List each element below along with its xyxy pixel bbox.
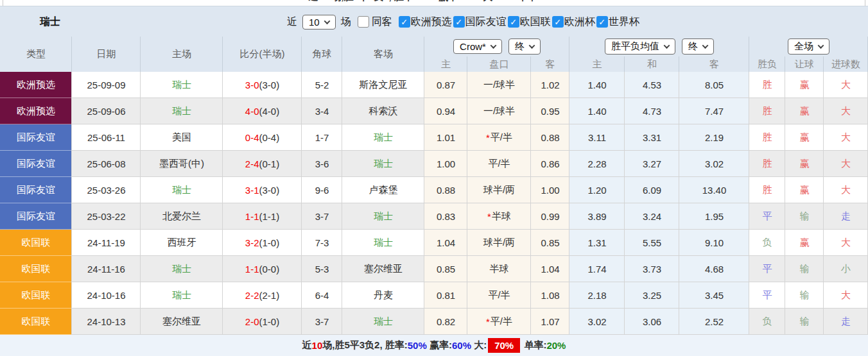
handicap-line: *平/半 <box>467 309 531 335</box>
result-handicap: 输 <box>785 256 824 282</box>
result-goals: 大 <box>824 282 868 309</box>
result-handicap: 赢 <box>785 230 824 256</box>
odds-time-select-2[interactable]: 终 <box>682 38 714 55</box>
handicap-home-odds: 1.00 <box>424 151 467 177</box>
summary-segment: 10 <box>318 0 329 2</box>
chevron-down-icon <box>490 42 496 49</box>
result-goals: 大 <box>824 230 868 256</box>
competition-label[interactable]: 欧洲杯 <box>564 15 595 29</box>
avg-draw-odds: 3.25 <box>625 282 679 309</box>
type-badge: 欧国联 <box>0 230 72 256</box>
home-team: 北爱尔兰 <box>141 203 223 230</box>
chevron-down-icon <box>528 42 535 49</box>
table-row: 国际友谊25-03-22北爱尔兰1-1(1-1)3-7瑞士0.83*半球0.99… <box>0 203 868 230</box>
competition-label[interactable]: 欧洲预选 <box>411 15 452 29</box>
col-header-score: 比分(半场) <box>223 37 302 72</box>
type-badge: 欧国联 <box>0 309 72 335</box>
corners-cell: 3-7 <box>302 309 342 335</box>
table-header: 类型 日期 主场 比分(半场) 角球 客场 Crow* 终 胜平负均值 <box>0 37 868 72</box>
competition-checkbox[interactable]: ✓ <box>596 16 608 28</box>
avg-odds-select-group: 胜平负均值 终 <box>569 37 749 56</box>
avg-draw-odds: 3.73 <box>625 256 679 282</box>
handicap-away-odds: 0.88 <box>531 124 569 151</box>
handicap-home-odds: 0.82 <box>424 309 467 335</box>
away-team: 塞尔维亚 <box>342 256 424 282</box>
avg-away-odds: 2.52 <box>679 309 749 335</box>
result-goals: 大 <box>824 151 868 177</box>
summary-segment: 60% <box>452 340 471 351</box>
away-team: 瑞士 <box>342 230 424 256</box>
competition-label[interactable]: 世界杯 <box>609 15 639 29</box>
near-label: 近 <box>287 15 297 29</box>
summary-segment: 20% <box>546 340 566 351</box>
handicap-away-odds: 1.07 <box>531 309 569 335</box>
handicap-home-odds: 0.87 <box>424 72 467 98</box>
result-handicap: 赢 <box>785 151 824 177</box>
same-venue-label[interactable]: 同客 <box>372 15 392 29</box>
avg-away-odds: 7.47 <box>679 98 749 124</box>
home-team: 美国 <box>141 124 223 151</box>
result-wdl: 平 <box>749 203 785 230</box>
summary-segment: 40% <box>461 0 480 2</box>
period-select[interactable]: 全场 <box>788 38 829 55</box>
handicap-line: *平/半 <box>467 124 531 151</box>
full-time-score: 0-4 <box>245 132 259 143</box>
table-row: 国际友谊25-06-08墨西哥(中)2-4(0-1)3-6瑞士1.00平/半0.… <box>0 151 868 177</box>
summary-segment: 赢率: <box>427 339 452 352</box>
result-wdl: 胜 <box>749 124 785 151</box>
table-row: 国际友谊25-06-11美国0-4(0-4)1-7瑞士1.01*平/半0.883… <box>0 124 868 151</box>
subcol-avg-draw: 和 <box>625 56 679 72</box>
home-team: 瑞士 <box>141 282 223 309</box>
full-time-score: 3-0 <box>245 80 259 90</box>
table-row: 欧国联24-11-19西班牙3-2(1-0)7-3瑞士1.04球半/两0.851… <box>0 230 868 256</box>
competition-checkbox[interactable]: ✓ <box>552 16 564 28</box>
corners-cell: 7-3 <box>302 230 342 256</box>
handicap-line: 半球 <box>467 256 531 282</box>
competition-checkbox[interactable]: ✓ <box>399 16 410 28</box>
score-cell: 1-1(1-1) <box>223 203 302 230</box>
competition-label[interactable]: 国际友谊 <box>465 15 507 29</box>
period-select-group: 全场 <box>749 37 868 56</box>
corners-cell: 6-4 <box>302 282 342 309</box>
handicap-away-odds: 0.85 <box>531 230 569 256</box>
subcol-handicap-away: 客 <box>531 56 569 72</box>
table-row: 欧洲预选25-09-09瑞士3-0(3-0)5-2斯洛文尼亚0.87一/球半1.… <box>0 72 868 98</box>
bookmaker-select[interactable]: Crow* <box>453 39 502 54</box>
avg-away-odds: 13.40 <box>679 177 749 203</box>
type-badge: 国际友谊 <box>0 203 72 230</box>
summary-segment: 近 <box>308 0 318 2</box>
col-header-home: 主场 <box>141 37 223 72</box>
competition-checkbox[interactable]: ✓ <box>453 16 465 28</box>
recent-count-select[interactable]: 10 <box>302 15 336 30</box>
avg-home-odds: 3.11 <box>569 124 625 151</box>
summary-segment: 40% <box>496 0 515 2</box>
result-wdl: 胜 <box>749 72 785 98</box>
handicap-line: *半球 <box>467 203 531 230</box>
corners-cell: 1-7 <box>302 124 342 151</box>
score-cell: 3-1(3-0) <box>223 177 302 203</box>
score-cell: 3-2(1-0) <box>223 230 302 256</box>
half-time-score: (0-4) <box>259 132 280 143</box>
matches-label: 场 <box>341 15 351 29</box>
handicap-home-odds: 1.04 <box>424 230 467 256</box>
odds-time-select-1[interactable]: 终 <box>508 38 541 55</box>
date-cell: 24-11-19 <box>72 230 141 256</box>
full-time-score: 3-1 <box>245 185 259 196</box>
date-cell: 25-09-09 <box>72 72 141 98</box>
summary-segment: 50% <box>417 0 436 2</box>
competition-checkbox[interactable]: ✓ <box>508 16 519 28</box>
home-team: 墨西哥(中) <box>141 151 223 177</box>
handicap-star: * <box>487 211 491 222</box>
same-venue-checkbox[interactable] <box>358 16 369 28</box>
avg-draw-odds: 3.27 <box>625 151 679 177</box>
handicap-home-odds: 0.85 <box>424 256 467 282</box>
full-time-score: 2-0 <box>245 316 259 327</box>
competition-filter-item: ✓世界杯 <box>596 15 639 29</box>
avg-home-odds: 2.28 <box>569 151 625 177</box>
period-select-value: 全场 <box>794 40 813 53</box>
avg-odds-select[interactable]: 胜平负均值 <box>605 38 675 55</box>
avg-home-odds: 1.20 <box>569 177 625 203</box>
handicap-line: 一/球半 <box>467 72 531 98</box>
competition-label[interactable]: 欧国联 <box>520 15 551 29</box>
handicap-line: 平/半 <box>467 282 531 309</box>
